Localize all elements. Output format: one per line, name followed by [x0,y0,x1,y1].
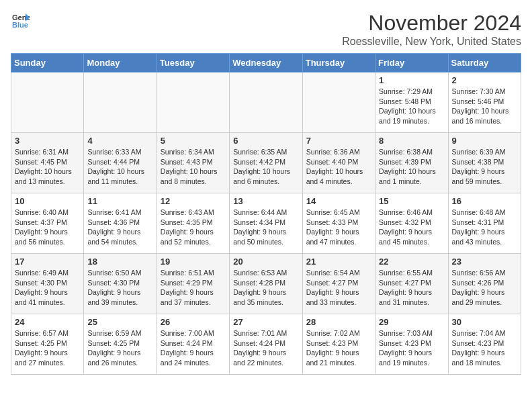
day-number: 10 [15,196,80,206]
day-number: 4 [87,136,152,146]
day-cell: 23Sunrise: 6:56 AM Sunset: 4:26 PM Dayli… [448,254,521,314]
day-info: Sunrise: 6:36 AM Sunset: 4:40 PM Dayligh… [306,147,371,187]
day-info: Sunrise: 6:35 AM Sunset: 4:42 PM Dayligh… [233,147,298,187]
day-cell: 13Sunrise: 6:44 AM Sunset: 4:34 PM Dayli… [230,193,302,254]
day-number: 29 [379,317,444,327]
day-info: Sunrise: 6:44 AM Sunset: 4:34 PM Dayligh… [233,208,298,247]
day-number: 5 [161,136,226,146]
day-cell: 6Sunrise: 6:35 AM Sunset: 4:42 PM Daylig… [230,133,302,193]
day-info: Sunrise: 6:33 AM Sunset: 4:44 PM Dayligh… [87,147,152,187]
day-number: 26 [161,317,226,327]
weekday-header-monday: Monday [84,54,157,73]
day-info: Sunrise: 6:54 AM Sunset: 4:27 PM Dayligh… [306,268,371,308]
day-cell: 1Sunrise: 7:29 AM Sunset: 5:48 PM Daylig… [375,73,448,133]
day-number: 1 [379,75,444,85]
day-info: Sunrise: 6:43 AM Sunset: 4:35 PM Dayligh… [161,208,226,247]
day-number: 30 [452,317,517,327]
day-cell: 7Sunrise: 6:36 AM Sunset: 4:40 PM Daylig… [302,133,375,193]
day-number: 17 [15,257,80,267]
day-info: Sunrise: 7:01 AM Sunset: 4:24 PM Dayligh… [233,328,298,368]
day-cell: 15Sunrise: 6:46 AM Sunset: 4:32 PM Dayli… [375,193,448,254]
day-info: Sunrise: 7:02 AM Sunset: 4:23 PM Dayligh… [306,328,371,368]
svg-text:Blue: Blue [12,21,28,29]
day-info: Sunrise: 6:31 AM Sunset: 4:45 PM Dayligh… [15,147,80,187]
day-cell: 30Sunrise: 7:04 AM Sunset: 4:23 PM Dayli… [448,314,521,375]
day-cell: 16Sunrise: 6:48 AM Sunset: 4:31 PM Dayli… [448,193,521,254]
day-cell: 11Sunrise: 6:41 AM Sunset: 4:36 PM Dayli… [84,193,157,254]
week-row-3: 10Sunrise: 6:40 AM Sunset: 4:37 PM Dayli… [11,193,521,254]
weekday-header-saturday: Saturday [448,54,521,73]
day-cell: 25Sunrise: 6:59 AM Sunset: 4:25 PM Dayli… [84,314,157,375]
location: Roessleville, New York, United States [342,36,521,48]
weekday-header-sunday: Sunday [11,54,84,73]
day-info: Sunrise: 6:38 AM Sunset: 4:39 PM Dayligh… [379,147,444,187]
day-cell: 17Sunrise: 6:49 AM Sunset: 4:30 PM Dayli… [11,254,84,314]
day-info: Sunrise: 6:45 AM Sunset: 4:33 PM Dayligh… [306,208,371,247]
day-info: Sunrise: 6:39 AM Sunset: 4:38 PM Dayligh… [452,147,517,187]
day-cell: 8Sunrise: 6:38 AM Sunset: 4:39 PM Daylig… [375,133,448,193]
week-row-2: 3Sunrise: 6:31 AM Sunset: 4:45 PM Daylig… [11,133,521,193]
day-number: 7 [306,136,371,146]
day-number: 14 [306,196,371,206]
day-number: 16 [452,196,517,206]
day-cell: 10Sunrise: 6:40 AM Sunset: 4:37 PM Dayli… [11,193,84,254]
day-cell: 9Sunrise: 6:39 AM Sunset: 4:38 PM Daylig… [448,133,521,193]
month-title: November 2024 [342,11,521,36]
day-number: 18 [87,257,152,267]
day-info: Sunrise: 6:59 AM Sunset: 4:25 PM Dayligh… [87,328,152,368]
day-cell: 26Sunrise: 7:00 AM Sunset: 4:24 PM Dayli… [157,314,229,375]
week-row-5: 24Sunrise: 6:57 AM Sunset: 4:25 PM Dayli… [11,314,521,375]
day-number: 11 [87,196,152,206]
day-info: Sunrise: 6:48 AM Sunset: 4:31 PM Dayligh… [452,208,517,247]
day-info: Sunrise: 6:41 AM Sunset: 4:36 PM Dayligh… [87,208,152,247]
day-number: 27 [233,317,298,327]
day-cell: 4Sunrise: 6:33 AM Sunset: 4:44 PM Daylig… [84,133,157,193]
day-cell [302,73,375,133]
day-cell [230,73,302,133]
day-number: 23 [452,257,517,267]
day-cell: 2Sunrise: 7:30 AM Sunset: 5:46 PM Daylig… [448,73,521,133]
day-cell: 24Sunrise: 6:57 AM Sunset: 4:25 PM Dayli… [11,314,84,375]
day-number: 19 [161,257,226,267]
weekday-header-friday: Friday [375,54,448,73]
day-number: 25 [87,317,152,327]
day-cell: 22Sunrise: 6:55 AM Sunset: 4:27 PM Dayli… [375,254,448,314]
day-info: Sunrise: 6:53 AM Sunset: 4:28 PM Dayligh… [233,268,298,308]
day-number: 20 [233,257,298,267]
day-info: Sunrise: 6:51 AM Sunset: 4:29 PM Dayligh… [161,268,226,308]
day-info: Sunrise: 6:34 AM Sunset: 4:43 PM Dayligh… [161,147,226,187]
day-info: Sunrise: 6:50 AM Sunset: 4:30 PM Dayligh… [87,268,152,308]
week-row-1: 1Sunrise: 7:29 AM Sunset: 5:48 PM Daylig… [11,73,521,133]
logo-icon: General Blue [11,11,30,30]
day-info: Sunrise: 6:49 AM Sunset: 4:30 PM Dayligh… [15,268,80,308]
day-number: 13 [233,196,298,206]
day-info: Sunrise: 6:57 AM Sunset: 4:25 PM Dayligh… [15,328,80,368]
day-cell: 20Sunrise: 6:53 AM Sunset: 4:28 PM Dayli… [230,254,302,314]
day-cell: 5Sunrise: 6:34 AM Sunset: 4:43 PM Daylig… [157,133,229,193]
day-cell: 18Sunrise: 6:50 AM Sunset: 4:30 PM Dayli… [84,254,157,314]
day-cell: 28Sunrise: 7:02 AM Sunset: 4:23 PM Dayli… [302,314,375,375]
day-cell: 3Sunrise: 6:31 AM Sunset: 4:45 PM Daylig… [11,133,84,193]
day-info: Sunrise: 6:56 AM Sunset: 4:26 PM Dayligh… [452,268,517,308]
day-number: 8 [379,136,444,146]
day-info: Sunrise: 6:46 AM Sunset: 4:32 PM Dayligh… [379,208,444,247]
day-cell [157,73,229,133]
day-cell: 19Sunrise: 6:51 AM Sunset: 4:29 PM Dayli… [157,254,229,314]
day-info: Sunrise: 7:30 AM Sunset: 5:46 PM Dayligh… [452,87,517,126]
weekday-header-thursday: Thursday [302,54,375,73]
day-info: Sunrise: 7:04 AM Sunset: 4:23 PM Dayligh… [452,328,517,368]
weekday-header-tuesday: Tuesday [157,54,229,73]
day-info: Sunrise: 6:40 AM Sunset: 4:37 PM Dayligh… [15,208,80,247]
day-info: Sunrise: 6:55 AM Sunset: 4:27 PM Dayligh… [379,268,444,308]
day-number: 2 [452,75,517,85]
day-number: 15 [379,196,444,206]
day-info: Sunrise: 7:29 AM Sunset: 5:48 PM Dayligh… [379,87,444,126]
day-number: 24 [15,317,80,327]
day-number: 21 [306,257,371,267]
day-number: 22 [379,257,444,267]
day-cell [11,73,84,133]
day-info: Sunrise: 7:00 AM Sunset: 4:24 PM Dayligh… [161,328,226,368]
day-info: Sunrise: 7:03 AM Sunset: 4:23 PM Dayligh… [379,328,444,368]
day-number: 9 [452,136,517,146]
day-number: 3 [15,136,80,146]
